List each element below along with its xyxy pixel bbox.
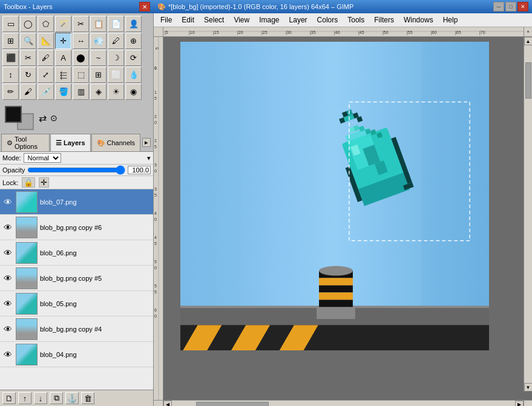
lock-pixels-icon[interactable]: 🔒 <box>22 177 35 188</box>
layer-item[interactable]: 👁blob_06.png <box>0 240 153 266</box>
layer-item[interactable]: 👁blob_bg.png copy #4 <box>0 316 153 342</box>
duplicate-layer-button[interactable]: ⧉ <box>50 392 63 404</box>
tool-transform[interactable]: ↔ <box>73 33 89 49</box>
mode-select[interactable]: Normal <box>24 153 61 163</box>
tool-dodge[interactable]: ☽ <box>108 50 124 66</box>
tool-blend[interactable]: ◈ <box>90 83 107 100</box>
layer-visibility-toggle[interactable]: 👁 <box>2 222 13 233</box>
tool-extra[interactable]: ◉ <box>125 83 142 100</box>
vertical-scrollbar[interactable]: ▲ ▼ <box>524 37 532 391</box>
layer-visibility-toggle[interactable]: 👁 <box>2 247 13 258</box>
tool-flip[interactable]: ↕ <box>2 67 19 83</box>
anchor-layer-button[interactable]: ⚓ <box>65 392 79 404</box>
tool-warp[interactable]: ⟳ <box>125 50 142 66</box>
menu-item-tools[interactable]: Tools <box>343 15 369 25</box>
svg-text:5: 5 <box>154 260 157 264</box>
foreground-color-swatch[interactable] <box>5 106 22 123</box>
tool-rotate[interactable]: ↻ <box>20 67 36 83</box>
tool-cut[interactable]: ✂ <box>73 16 89 32</box>
tool-scissors[interactable]: ✂ <box>20 50 36 66</box>
menu-item-help[interactable]: Help <box>439 15 462 25</box>
raise-layer-button[interactable]: ↑ <box>18 392 31 404</box>
tool-measure[interactable]: 📐 <box>38 33 54 49</box>
tool-smudge[interactable]: ~ <box>90 50 107 66</box>
tool-move[interactable]: ✛ <box>55 33 71 49</box>
layer-item[interactable]: 👁blob_05.png <box>0 291 153 316</box>
tool-copy[interactable]: 📋 <box>90 16 107 32</box>
tool-free-select[interactable]: ⬠ <box>38 16 54 32</box>
tab-tool-options[interactable]: ⚙ Tool Options <box>1 134 50 151</box>
tool-scale[interactable]: ⤢ <box>38 67 54 83</box>
tool-bucket-fill[interactable]: 🪣 <box>55 83 71 100</box>
tool-paintbrush[interactable]: 🖌 <box>20 83 36 100</box>
panel-menu-btn[interactable]: ▸ <box>142 138 151 147</box>
tool-fuzzy-select[interactable]: 🪄 <box>55 16 71 32</box>
tool-unified[interactable]: ⊞ <box>90 67 107 83</box>
scroll-right-btn[interactable]: ▶ <box>515 401 524 407</box>
tool-paths[interactable]: 🖋 <box>38 50 54 66</box>
reset-colors-icon[interactable]: ⊙ <box>50 113 57 123</box>
tool-water[interactable]: 💧 <box>125 67 142 83</box>
tool-convolve[interactable]: ⬤ <box>73 50 89 66</box>
menu-item-image[interactable]: Image <box>255 15 283 25</box>
tool-ellipse-select[interactable]: ◯ <box>20 16 36 32</box>
layer-name-label: blob_07.png <box>40 198 151 206</box>
layer-visibility-toggle[interactable]: 👁 <box>2 197 13 208</box>
opacity-slider[interactable] <box>27 166 125 174</box>
horizontal-scrollbar[interactable]: ◀ ▶ <box>163 400 524 406</box>
tool-text[interactable]: A <box>55 50 71 66</box>
menu-item-colors[interactable]: Colors <box>313 15 343 25</box>
close-button[interactable]: ✕ <box>517 2 528 11</box>
tool-heal[interactable]: ⊕ <box>125 33 142 49</box>
tool-perspective[interactable]: ⬚ <box>73 67 89 83</box>
tab-layers[interactable]: ☰ Layers <box>50 134 90 151</box>
layer-visibility-toggle[interactable]: 👁 <box>2 273 13 284</box>
new-layer-button[interactable]: 🗋 <box>2 392 16 404</box>
scroll-down-btn[interactable]: ▼ <box>524 383 533 391</box>
menu-item-filters[interactable]: Filters <box>370 15 398 25</box>
lower-layer-button[interactable]: ↓ <box>34 392 47 404</box>
layer-visibility-toggle[interactable]: 👁 <box>2 298 13 309</box>
tool-select-by-color[interactable]: ⬛ <box>2 50 19 66</box>
tool-pencil[interactable]: ✏ <box>2 83 19 100</box>
tool-zoom[interactable]: 🔍 <box>20 33 36 49</box>
scroll-up-btn[interactable]: ▲ <box>524 37 533 45</box>
minimize-button[interactable]: ─ <box>493 2 504 11</box>
layer-visibility-toggle[interactable]: 👁 <box>2 324 13 335</box>
tool-clone[interactable]: 👤 <box>125 16 142 32</box>
delete-layer-button[interactable]: 🗑 <box>81 392 94 404</box>
layer-item[interactable]: 👁blob_bg.png copy #5 <box>0 266 153 291</box>
layer-item[interactable]: 👁blob_bg.png copy #6 <box>0 215 153 240</box>
tool-paste[interactable]: 📄 <box>108 16 124 32</box>
toolbox-close-button[interactable]: ✕ <box>139 2 150 11</box>
tool-align[interactable]: ⊞ <box>2 33 19 49</box>
scroll-thumb-h[interactable] <box>196 402 269 406</box>
tool-ink[interactable]: 🖊 <box>108 33 124 49</box>
opacity-value[interactable] <box>128 166 151 174</box>
scroll-left-btn[interactable]: ◀ <box>163 401 172 407</box>
swap-colors-icon[interactable]: ⇄ <box>39 113 47 124</box>
canvas-viewport[interactable]: ▲ ▼ <box>163 37 532 400</box>
layer-item[interactable]: 👁blob_07.png <box>0 189 153 215</box>
menu-item-windows[interactable]: Windows <box>399 15 438 25</box>
tool-rect-select[interactable]: ▭ <box>2 16 19 32</box>
layer-item[interactable]: 👁blob_04.png <box>0 342 153 367</box>
scroll-thumb-v[interactable] <box>525 62 531 99</box>
layer-visibility-toggle[interactable]: 👁 <box>2 349 13 360</box>
mode-expand-btn[interactable]: ▾ <box>147 154 151 162</box>
menu-item-view[interactable]: View <box>229 15 254 25</box>
maximize-button[interactable]: □ <box>505 2 516 11</box>
menu-item-file[interactable]: File <box>156 15 176 25</box>
menu-item-select[interactable]: Select <box>200 15 228 25</box>
tab-channels[interactable]: 🎨 Channels <box>91 134 140 151</box>
tool-airbrush[interactable]: 💨 <box>90 33 107 49</box>
tool-shear[interactable]: ⬱ <box>55 67 71 83</box>
tool-eraser[interactable]: ⬜ <box>108 67 124 83</box>
lock-position-icon[interactable]: ✛ <box>39 177 49 188</box>
tool-dodge2[interactable]: ☀ <box>108 83 124 100</box>
menu-item-layer[interactable]: Layer <box>285 15 312 25</box>
menu-item-edit[interactable]: Edit <box>177 15 199 25</box>
tool-colorpicker[interactable]: 💉 <box>38 83 54 100</box>
tool-gradient[interactable]: ▥ <box>73 83 89 100</box>
corner-btn[interactable]: + <box>524 27 532 37</box>
